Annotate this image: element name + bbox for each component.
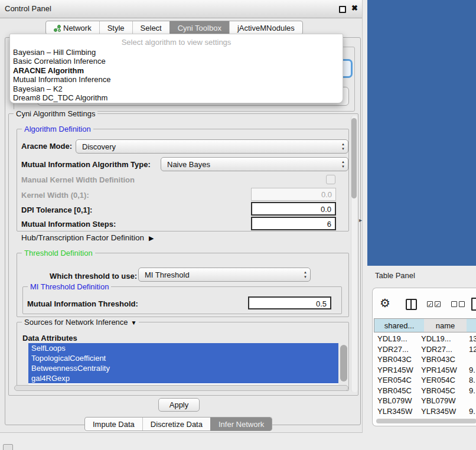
algorithm-option[interactable]: Bayesian – K2 [10,84,343,93]
data-attribute-item[interactable]: TopologicalCoefficient [28,353,338,363]
algorithm-option[interactable]: Basic Correlation Inference [10,57,343,66]
control-panel: Control Panel ✖ Network Style Select Cyn… [0,0,363,433]
column-header-extra[interactable] [467,318,476,332]
table-cell: YLR345W [377,407,412,416]
dpi-tolerance-label: DPI Tolerance [0,1]: [21,206,92,214]
algorithm-option[interactable]: ARACNE Algorithm [10,66,343,75]
table-row[interactable]: YER054CYER054C8. [373,375,476,386]
gear-icon[interactable]: ⚙ [380,297,390,309]
algorithm-placeholder: Select algorithm to view settings [10,34,343,48]
table-cell: YBR045C [377,386,412,395]
mi-steps-field[interactable]: 6 [251,217,336,230]
aracne-mode-select[interactable]: Discovery ▲▼ [76,139,348,154]
split-columns-icon[interactable] [406,299,417,310]
bottom-left-panel-icon[interactable] [3,444,13,450]
control-panel-title: Control Panel [5,4,51,13]
table-row[interactable]: YBR045CYBR045C9. [373,386,476,396]
algorithm-option[interactable]: Mutual Information Inference [10,75,343,84]
float-window-icon[interactable] [339,6,346,13]
collapse-right-icon: ▶ [149,234,154,242]
mi-threshold-field[interactable]: 0.5 [248,296,331,309]
which-threshold-select[interactable]: MI Threshold ▲▼ [138,268,311,282]
table-cell: 12 [469,345,476,354]
algorithm-option[interactable]: Dream8 DC_TDC Algorithm [10,93,343,102]
data-attribute-item[interactable]: BetweennessCentrality [28,363,338,373]
table-row[interactable]: YDL19...YDL19...13 [373,334,476,344]
tab-style[interactable]: Style [99,21,132,34]
settings-hscrollbar-thumb[interactable] [14,385,348,391]
data-attribute-item[interactable]: gal4RGexp [28,373,338,383]
table-cell: 9. [469,407,475,416]
dpi-tolerance-field[interactable]: 0.0 [251,202,336,216]
table-row[interactable]: YBL079WYBL079W [373,396,476,406]
apply-button[interactable]: Apply [158,398,200,412]
table-cell: YBR043C [377,355,412,364]
sources-legend[interactable]: Sources for Network Inference▼ [22,318,139,327]
table-cell: YDR27... [421,345,452,354]
tab-label: Network [63,24,92,32]
table-cell: YPR145W [421,366,457,374]
table-panel: ⚙ ✓ ✓ shared... name YDL19...YDL19...13Y… [372,288,476,426]
algorithm-option[interactable]: Bayesian – Hill Climbing [10,48,343,57]
network-icon [54,25,61,34]
tab-cyni-toolbox[interactable]: Cyni Toolbox [169,21,229,34]
table-cell: YBR045C [421,386,455,395]
unchecked-columns-icon[interactable] [451,301,465,307]
table-cell: YER054C [377,376,412,384]
spinner-icon: ▲▼ [304,270,307,279]
threshold-definition-legend: Threshold Definition [22,249,95,257]
tab-network[interactable]: Network [46,21,99,34]
aracne-mode-label: Aracne Mode: [21,142,72,151]
mi-type-select[interactable]: Naive Bayes ▲▼ [161,157,348,171]
data-attributes-list: SelfLoopsTopologicalCoefficientBetweenne… [28,343,338,384]
spinner-icon: ▲▼ [341,142,345,151]
table-cell: 9. [469,366,475,374]
table-cell: YDR27... [377,345,409,354]
manual-kernel-checkbox[interactable] [326,175,335,184]
tab-impute-data[interactable]: Impute Data [85,418,142,431]
table-cell: 9. [469,386,475,395]
column-header-shared[interactable]: shared... [374,318,425,332]
algorithm-options: Bayesian – Hill ClimbingBasic Correlatio… [10,48,343,102]
checkbox-checked-icon: ✓ [427,301,433,307]
tab-infer-network[interactable]: Infer Network [210,418,272,431]
control-panel-tabs: Network Style Select Cyni Toolbox jActiv… [45,21,303,35]
table-cell: YDL19... [421,334,451,343]
tab-select[interactable]: Select [132,21,169,34]
which-threshold-value: MI Threshold [145,270,190,279]
column-header-name[interactable]: name [424,318,467,332]
table-cell: 13 [469,334,476,343]
table-rows: YDL19...YDL19...13YDR27...YDR27...12YBR0… [373,334,476,419]
settings-scrollbar-thumb[interactable] [351,118,357,198]
aracne-mode-value: Discovery [82,142,116,151]
table-row[interactable]: YPR145WYPR145W9. [373,365,476,376]
table-row[interactable]: YBR043CYBR043C [373,354,476,365]
page-icon[interactable] [471,298,476,311]
manual-kernel-label: Manual Kernel Width Definition [21,175,135,184]
table-cell: YPR145W [377,366,413,374]
panel-splitter-arrow[interactable]: ▸ [359,217,362,223]
table-cell: YDL19... [377,334,407,343]
table-row[interactable]: YDR27...YDR27...12 [373,344,476,355]
table-cell: YBL079W [377,396,412,405]
network-desktop: GALGAL80GAL10GAL1GAL11SWI4GAL4GCY1HAP4YH… [367,0,476,266]
tab-discretize-data[interactable]: Discretize Data [142,418,210,431]
hub-definition-expander[interactable]: Hub/Transcription Factor Definition▶ [21,233,154,242]
mi-type-label: Mutual Information Algorithm Type: [21,160,151,169]
mi-steps-label: Mutual Information Steps: [21,220,116,229]
table-cell: YLR345W [421,407,456,416]
data-attribute-item[interactable]: SelfLoops [28,343,338,353]
table-hscrollbar-thumb[interactable] [376,419,476,423]
settings-legend: Cyni Algorithm Settings [14,109,97,118]
bottom-tabs: Impute Data Discretize Data Infer Networ… [84,417,272,431]
attribute-list-scrollbar[interactable] [340,345,347,381]
close-icon[interactable]: ✖ [351,4,358,12]
checked-columns-icon[interactable]: ✓ ✓ [427,301,441,307]
mi-threshold-label: Mutual Information Threshold: [27,299,138,308]
table-row[interactable]: YLR345WYLR345W9. [373,406,476,417]
algorithm-definition-legend: Algorithm Definition [22,125,93,133]
table-cell: YBL079W [421,396,456,405]
table-panel-title: Table Panel [375,271,415,280]
kernel-width-field[interactable]: 0.0 [251,188,336,201]
tab-jactivemnodules[interactable]: jActiveMNodules [229,21,302,34]
